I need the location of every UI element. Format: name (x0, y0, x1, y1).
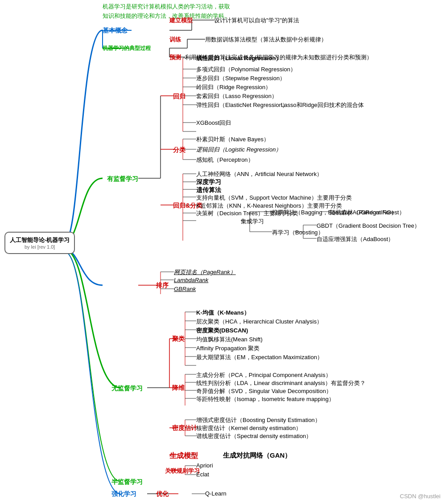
boosting-node: 再学习（Boosting） (272, 229, 324, 237)
predict-label: 预测 (169, 54, 181, 61)
cl-item-2: 层次聚类（HCA，Hierarchical Cluster Analysis） (196, 318, 322, 326)
unsupervised-label: 无监督学习 (111, 385, 143, 392)
cls-item-2: 逻辑回归（Logistic Regression） (196, 146, 281, 154)
reg-item-7: XGBoost回归 (196, 119, 231, 127)
gan-node: 生成对抗网络（GAN） (223, 451, 291, 460)
de-item-1: 增强式密度估计（Boosting Density Estimation） (196, 416, 321, 424)
de-item-3: 谱线密度估计（Spectral density estimation） (196, 432, 312, 440)
desc-line2: 知识和技能的理论和方法，改善系统性能的学科。 (103, 12, 230, 19)
semi-supervised-label: 半监督学习 (111, 478, 143, 485)
reg-item-1-label: 线性回归（Linear Regression） (196, 55, 281, 61)
ranking-node: 排序 (156, 282, 169, 290)
as-item-2: Eclat (196, 471, 209, 478)
train-label: 训练 (169, 36, 181, 43)
rank-item-3: GBRank (174, 286, 196, 292)
association-node: 关联规则学习 (165, 467, 200, 475)
optimization-label: 优化 (156, 490, 169, 497)
rc-item-1: 人工神经网络（ANN，Artificial Neural Network） (196, 170, 322, 178)
predict-node: 预测 (169, 53, 181, 61)
build-model-desc: 设计计算机可以自动"学习"的算法 (214, 16, 299, 25)
dr-item-3: 奇异值分解（SVD，Singular Value Decomposition） (196, 387, 332, 395)
ensemble-node: 集成学习 (241, 217, 264, 225)
cl-item-1: K-均值（K-Means） (196, 309, 250, 317)
root-node: 人工智能导论-机器学习 by lei [rev 1.0] (4, 232, 75, 254)
root-subtitle: by lei [rev 1.0] (10, 244, 70, 250)
typical-process-label: 机器学习的典型过程 (103, 45, 151, 51)
root-title: 人工智能导论-机器学习 (10, 236, 70, 244)
regression-node: 回归 (173, 93, 185, 101)
reg-item-6: 弹性回归（ElasticNet Regression） (196, 101, 288, 109)
optimization-node: 优化 (156, 490, 169, 498)
random-forest-node: 随机森林（Random Forest） (330, 209, 405, 217)
supervised-label: 有监督学习 (107, 175, 138, 182)
density-label: 密度估计 (172, 424, 197, 431)
rank-item-2: LambdaRank (174, 277, 208, 283)
cl-item-3: 密度聚类(DBSCAN) (196, 327, 248, 335)
description-box: 机器学习是研究计算机模拟人类的学习活动，获取 知识和技能的理论和方法，改善系统性… (103, 2, 230, 21)
generative-node: 生成模型 (169, 451, 198, 461)
mind-map: 机器学习是研究计算机模拟人类的学习活动，获取 知识和技能的理论和方法，改善系统性… (0, 0, 445, 504)
regression-label: 回归 (173, 93, 185, 100)
reg-item-5: 套索回归（Lasso Regression） (196, 92, 277, 100)
build-model-node: 建立模型 (169, 16, 193, 25)
supervised-node: 有监督学习 (107, 175, 138, 183)
dim-reduction-node: 降维 (172, 384, 185, 392)
basic-concept-node: 基本概念 (103, 27, 128, 35)
cl-item-5: Affinity Propagation 聚类 (196, 344, 260, 352)
reg-item-1: 线性回归（Linear Regression） (196, 54, 281, 62)
clustering-node: 聚类 (172, 335, 185, 343)
train-desc: 用数据训练算法模型（算法从数据中分析规律） (205, 36, 327, 44)
cls-item-3: 感知机（Perceptron） (196, 156, 254, 164)
cl-item-6: 最大期望算法（EM，Expectation Maximization） (196, 353, 323, 361)
cl-item-4: 均值飘移算法(Mean Shift) (196, 336, 263, 344)
reinforcement-node: 强化学习 (111, 490, 136, 498)
density-node: 密度估计 (172, 424, 197, 432)
dr-item-4: 等距特性映射（Isomap，Isometric feature mapping） (196, 395, 334, 403)
ensemble-label: 集成学习 (241, 218, 264, 225)
rc-item-2: 深度学习 (196, 178, 221, 186)
adaboost-node: 自适应增强算法（AdaBoost） (317, 235, 394, 243)
rc-item-3: 遗传算法 (196, 186, 221, 194)
classification-label: 分类 (173, 146, 185, 153)
unsupervised-node: 无监督学习 (111, 385, 143, 393)
rc-item-4: 支持向量机（SVM，Support Vector Machine）主要用于分类 (196, 194, 352, 202)
elastic-note: Lasso和Ridge回归技术的混合体 (281, 101, 364, 109)
clustering-label: 聚类 (172, 335, 185, 342)
reg-item-3: 逐步回归（Stepwise Regression） (196, 74, 285, 82)
typical-process-node: 机器学习的典型过程 (103, 45, 151, 52)
qlearn-node: Q-Learn (205, 490, 227, 497)
semi-supervised-node: 半监督学习 (111, 478, 143, 486)
ranking-label: 排序 (156, 282, 169, 289)
build-model-label: 建立模型 (169, 17, 193, 24)
reg-item-4: 岭回归（Ridge Regression） (196, 83, 271, 91)
classification-node: 分类 (173, 146, 185, 154)
watermark: CSDN @hustlei (400, 493, 441, 500)
reinforcement-label: 强化学习 (111, 490, 136, 497)
association-label: 关联规则学习 (165, 467, 200, 474)
cls-item-1: 朴素贝叶斯（Naive Bayes） (196, 135, 269, 143)
as-item-1: Apriori (196, 462, 213, 469)
gbdt-node: GBDT（Gradient Boost Decision Tree） (317, 222, 420, 230)
basic-concept-label: 基本概念 (103, 27, 128, 34)
dr-item-1: 主成分分析（PCA，Principal Component Analysis） (196, 371, 331, 379)
desc-line1: 机器学习是研究计算机模拟人类的学习活动，获取 (103, 3, 230, 10)
de-item-2: 核密度估计（Kernel density estimation） (196, 424, 301, 432)
dim-reduction-label: 降维 (172, 384, 185, 391)
reg-item-2: 多项式回归（Polynomial Regression） (196, 66, 296, 74)
train-node: 训练 (169, 36, 181, 44)
rank-item-1: 网页排名（PageRank） (174, 268, 236, 276)
dr-item-2: 线性判别分析（LDA，Linear discriminant analysis）… (196, 379, 366, 387)
generative-label: 生成模型 (169, 452, 198, 459)
